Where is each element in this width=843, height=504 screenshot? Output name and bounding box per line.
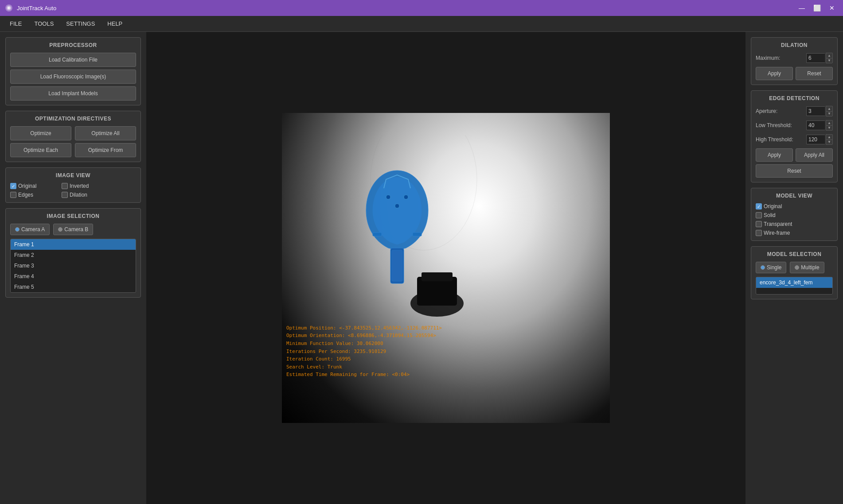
model-view-section: MODEL VIEW Original Solid Transparent: [751, 188, 838, 241]
high-threshold-up[interactable]: ▲: [826, 134, 833, 140]
model-solid-item: Solid: [756, 212, 804, 218]
model-single-dot: [761, 265, 765, 270]
aperture-down[interactable]: ▼: [826, 111, 833, 116]
overlay-text: Optimum Position: <-37.843525,12.456342,…: [286, 324, 442, 379]
dilation-maximum-arrows: ▲ ▼: [826, 53, 833, 63]
model-multiple-button[interactable]: Multiple: [790, 262, 824, 273]
aperture-input[interactable]: [806, 106, 825, 116]
frame-item-1[interactable]: Frame 1: [11, 239, 136, 250]
aperture-spinbox: ▲ ▼: [806, 106, 833, 116]
model-multiple-dot: [795, 265, 799, 270]
inverted-checkbox[interactable]: [62, 183, 68, 189]
optimize-each-button[interactable]: Optimize Each: [10, 143, 71, 157]
edge-apply-all-button[interactable]: Apply All: [796, 148, 833, 162]
svg-rect-5: [392, 250, 402, 281]
dilation-maximum-up[interactable]: ▲: [826, 53, 833, 58]
menu-file[interactable]: FILE: [4, 18, 28, 30]
overlay-line-3: Minimum Function Value: 30.062000: [286, 340, 442, 348]
svg-point-10: [395, 204, 399, 208]
load-fluoroscopic-button[interactable]: Load Fluoroscopic Image(s): [10, 70, 136, 84]
app-title: JointTrack Auto: [17, 5, 56, 12]
svg-point-2: [8, 7, 10, 9]
overlay-line-6: Search Level: Trunk: [286, 363, 442, 371]
menu-help[interactable]: HELP: [101, 18, 129, 30]
overlay-line-1: Optimum Position: <-37.843525,12.456342,…: [286, 324, 442, 332]
titlebar: JointTrack Auto — ⬜ ✕: [0, 0, 843, 16]
model-transparent-label: Transparent: [764, 221, 792, 227]
low-threshold-down[interactable]: ▼: [826, 125, 833, 131]
high-threshold-row: High Threshold: ▲ ▼: [756, 134, 833, 145]
minimize-button[interactable]: —: [795, 2, 808, 14]
preprocessor-title: PREPROCESSOR: [10, 42, 136, 48]
frame-item-5[interactable]: Frame 5: [11, 282, 136, 292]
model-solid-label: Solid: [764, 212, 776, 218]
aperture-up[interactable]: ▲: [826, 106, 833, 111]
svg-point-8: [386, 195, 390, 199]
edge-reset-button[interactable]: Reset: [756, 164, 833, 178]
svg-rect-6: [373, 233, 382, 236]
dilation-checkbox[interactable]: [62, 192, 68, 198]
overlay-line-2: Optimum Orientation: <8.696886,-4.371094…: [286, 332, 442, 340]
edge-apply-button[interactable]: Apply: [756, 148, 793, 162]
svg-rect-13: [422, 272, 453, 281]
titlebar-left: JointTrack Auto: [4, 4, 56, 12]
model-original-item: Original: [756, 203, 804, 209]
optimization-section: OPTIMIZATION DIRECTIVES Optimize Optimiz…: [5, 111, 141, 162]
camera-a-label: Camera A: [21, 226, 45, 233]
edges-label: Edges: [18, 192, 33, 198]
low-threshold-spinbox: ▲ ▼: [806, 120, 833, 131]
model-selection-title: MODEL SELECTION: [756, 251, 833, 257]
model-original-checkbox[interactable]: [756, 203, 762, 209]
original-checkbox[interactable]: [10, 183, 16, 189]
titlebar-controls: — ⬜ ✕: [795, 2, 839, 14]
app-logo-icon: [4, 4, 13, 12]
optimize-button[interactable]: Optimize: [10, 126, 71, 140]
low-threshold-arrows: ▲ ▼: [826, 120, 833, 131]
model-item-1[interactable]: encore_3d_4_left_fem: [756, 277, 832, 288]
inverted-label: Inverted: [70, 183, 89, 189]
dilation-reset-button[interactable]: Reset: [796, 67, 833, 80]
high-threshold-down[interactable]: ▼: [826, 140, 833, 145]
frame-item-4[interactable]: Frame 4: [11, 271, 136, 282]
overlay-line-7: Estimated Time Remaining for Frame: <0:0…: [286, 371, 442, 379]
dilation-maximum-row: Maximum: ▲ ▼: [756, 53, 833, 63]
main-layout: PREPROCESSOR Load Calibration File Load …: [0, 32, 843, 504]
edges-checkbox-item: Edges: [10, 192, 59, 198]
model-transparent-checkbox[interactable]: [756, 221, 762, 227]
svg-point-9: [404, 195, 408, 199]
edge-detection-section: EDGE DETECTION Aperture: ▲ ▼ Low Thresho…: [751, 90, 838, 182]
image-selection-section: IMAGE SELECTION Camera A Camera B Frame …: [5, 208, 141, 298]
camera-b-button[interactable]: Camera B: [53, 224, 93, 235]
frame-item-2[interactable]: Frame 2: [11, 250, 136, 260]
menu-tools[interactable]: TOOLS: [28, 18, 60, 30]
low-threshold-up[interactable]: ▲: [826, 120, 833, 125]
high-threshold-input[interactable]: [806, 135, 825, 144]
frame-item-3[interactable]: Frame 3: [11, 260, 136, 271]
dilation-maximum-down[interactable]: ▼: [826, 58, 833, 63]
implant-overlay: [335, 135, 486, 321]
load-implant-button[interactable]: Load Implant Models: [10, 86, 136, 101]
camera-a-button[interactable]: Camera A: [10, 224, 50, 235]
optimize-from-button[interactable]: Optimize From: [75, 143, 136, 157]
low-threshold-input[interactable]: [806, 120, 825, 130]
dilation-maximum-input[interactable]: [806, 53, 825, 63]
dilation-maximum-label: Maximum:: [756, 55, 780, 61]
maximize-button[interactable]: ⬜: [810, 2, 823, 14]
close-button[interactable]: ✕: [825, 2, 839, 14]
center-panel: Optimum Position: <-37.843525,12.456342,…: [146, 32, 745, 504]
menu-settings[interactable]: SETTINGS: [60, 18, 101, 30]
model-transparent-item: Transparent: [756, 221, 804, 227]
image-selection-title: IMAGE SELECTION: [10, 213, 136, 219]
model-single-button[interactable]: Single: [756, 262, 786, 273]
optimization-title: OPTIMIZATION DIRECTIVES: [10, 116, 136, 122]
model-wireframe-checkbox[interactable]: [756, 230, 762, 236]
optimize-all-button[interactable]: Optimize All: [75, 126, 136, 140]
load-calibration-button[interactable]: Load Calibration File: [10, 53, 136, 67]
dilation-apply-button[interactable]: Apply: [756, 67, 793, 80]
edges-checkbox[interactable]: [10, 192, 16, 198]
camera-b-label: Camera B: [64, 226, 88, 233]
model-solid-checkbox[interactable]: [756, 212, 762, 218]
image-view-section: IMAGE VIEW Original Inverted Edges: [5, 167, 141, 203]
high-threshold-spinbox: ▲ ▼: [806, 134, 833, 145]
model-list: encore_3d_4_left_fem: [756, 277, 833, 295]
